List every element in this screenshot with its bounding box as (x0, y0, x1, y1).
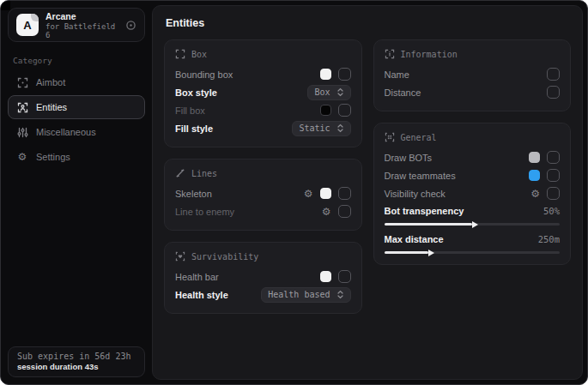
color-swatch[interactable] (320, 271, 331, 282)
gear-icon[interactable]: ⚙ (322, 207, 331, 217)
diagonal-line-icon (175, 168, 185, 178)
column-left: Box Bounding box Box style Box (164, 39, 362, 314)
sidebar-item-label: Settings (36, 152, 70, 162)
skeleton-checkbox[interactable] (338, 187, 351, 200)
row-label: Distance (385, 87, 421, 98)
row-label: Name (385, 69, 409, 80)
row-label: Fill box (175, 105, 205, 116)
card-information-header: Information (385, 49, 561, 59)
app-titles: Arcane for Battlefield 6 (45, 11, 118, 39)
app-name: Arcane (45, 11, 118, 21)
window-corner-notch (1, 1, 10, 10)
card-survivability: Survivability Health bar Health style He… (164, 242, 362, 314)
slider-label-row: Max distance 250m (385, 232, 561, 247)
row-line-to-enemy: Line to enemy ⚙ (175, 202, 351, 220)
row-box-style: Box style Box (175, 83, 351, 101)
card-lines: Lines Skeleton ⚙ Line to enemy ⚙ (164, 159, 362, 231)
card-title: Information (401, 50, 458, 59)
card-box: Box Bounding box Box style Box (164, 39, 362, 147)
card-general: General Draw BOTs Draw teammates (373, 123, 572, 265)
heart-frame-icon (175, 251, 185, 262)
sliders-icon (16, 127, 28, 138)
slider-fill (385, 223, 472, 226)
fill-style-select[interactable]: Static (292, 121, 350, 136)
row-label: Draw teammates (385, 171, 456, 181)
sidebar-category-label: Category (13, 56, 145, 65)
row-draw-teammates: Draw teammates (385, 166, 561, 184)
cards-grid: Box Bounding box Box style Box (153, 38, 582, 316)
card-title: General (401, 133, 437, 142)
slider-value: 50% (543, 206, 560, 216)
box-frame-icon (175, 49, 185, 59)
chevron-up-down-icon (336, 290, 344, 299)
sidebar-item-label: Miscellaneous (36, 127, 96, 137)
row-bounding-box: Bounding box (175, 65, 351, 83)
slider-value: 250m (538, 234, 560, 244)
card-survivability-header: Survivability (175, 251, 351, 262)
color-swatch[interactable] (529, 152, 540, 163)
health-style-select[interactable]: Health based (261, 287, 350, 303)
app-subtitle: for Battlefield 6 (45, 22, 118, 39)
bot-transpenency-slider[interactable] (385, 223, 561, 226)
row-fill-box: Fill box (175, 101, 351, 119)
row-name: Name (385, 65, 561, 83)
row-max-distance: Max distance 250m (385, 232, 561, 254)
visibility-check-checkbox[interactable] (547, 187, 560, 200)
grid-frame-icon (385, 132, 395, 142)
box-style-select[interactable]: Box (307, 85, 350, 100)
slider-thumb[interactable] (428, 250, 434, 256)
gear-icon[interactable]: ⚙ (304, 189, 313, 199)
crosshair-icon (16, 77, 28, 88)
name-checkbox[interactable] (547, 68, 560, 81)
sidebar-item-aimbot[interactable]: Aimbot (8, 70, 145, 94)
distance-checkbox[interactable] (547, 86, 560, 99)
color-swatch[interactable] (320, 188, 331, 199)
row-label: Fill style (175, 123, 213, 134)
color-swatch[interactable] (320, 105, 331, 116)
app-logo: A (16, 14, 39, 36)
row-visibility-check: Visibility check ⚙ (385, 184, 561, 202)
row-skeleton: Skeleton ⚙ (175, 184, 351, 202)
color-swatch[interactable] (529, 170, 540, 181)
card-lines-header: Lines (175, 168, 351, 178)
row-distance: Distance (385, 83, 561, 101)
row-label: Box style (175, 87, 217, 98)
row-label: Draw BOTs (385, 153, 433, 163)
sidebar-item-entities[interactable]: Entities (8, 95, 145, 119)
circular-arrow-icon[interactable] (125, 20, 136, 31)
subscription-footer-card: Sub expires in 56d 23h session duration … (8, 346, 145, 377)
sidebar-item-settings[interactable]: ⚙ Settings (8, 145, 145, 169)
card-information: Information Name Distance (373, 39, 572, 111)
row-label: Max distance (385, 234, 444, 244)
row-label: Health bar (175, 272, 219, 282)
page-title: Entities (153, 6, 582, 38)
sidebar: A Arcane for Battlefield 6 Category Aimb… (1, 1, 152, 384)
gear-icon[interactable]: ⚙ (530, 189, 540, 199)
bounding-box-checkbox[interactable] (338, 68, 351, 81)
row-health-bar: Health bar (175, 268, 351, 286)
session-duration-text: session duration 43s (17, 362, 136, 371)
sidebar-item-miscellaneous[interactable]: Miscellaneous (8, 120, 145, 144)
sidebar-item-label: Aimbot (36, 77, 65, 87)
row-fill-style: Fill style Static (175, 119, 351, 137)
draw-bots-checkbox[interactable] (547, 151, 560, 164)
line-to-enemy-checkbox[interactable] (338, 205, 351, 218)
slider-fill (385, 251, 428, 254)
row-label: Skeleton (175, 189, 212, 199)
draw-teammates-checkbox[interactable] (547, 169, 560, 182)
max-distance-slider[interactable] (385, 251, 561, 254)
select-value: Box (314, 87, 330, 97)
card-title: Survivability (191, 252, 258, 262)
column-right: Information Name Distance (373, 39, 572, 265)
health-bar-checkbox[interactable] (338, 270, 351, 283)
slider-thumb[interactable] (472, 221, 478, 228)
person-scan-icon (16, 102, 28, 113)
row-label: Bot transpenency (385, 206, 464, 216)
app-window: A Arcane for Battlefield 6 Category Aimb… (0, 0, 588, 385)
color-swatch[interactable] (320, 69, 331, 80)
chevron-up-down-icon (336, 123, 344, 133)
info-frame-icon (385, 49, 395, 59)
fill-box-checkbox[interactable] (338, 104, 351, 117)
main-panel: Entities Box Bounding box (152, 5, 583, 380)
row-bot-transpenency: Bot transpenency 50% (385, 203, 561, 226)
